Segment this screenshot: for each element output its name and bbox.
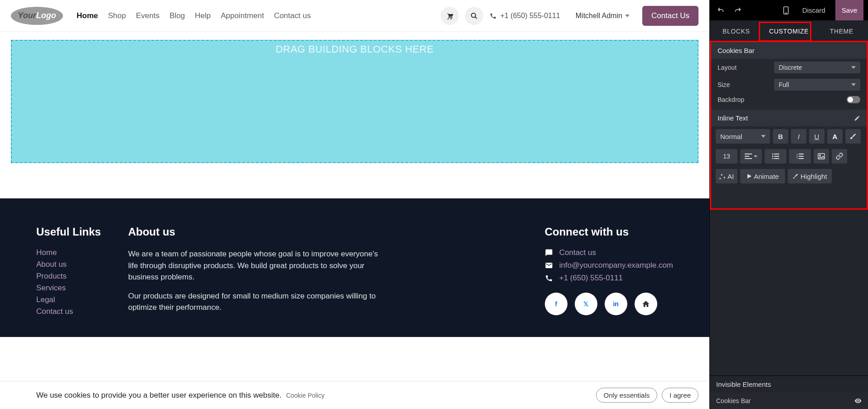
footer-link-home[interactable]: Home [36, 248, 101, 257]
chat-icon [545, 249, 553, 257]
caret-down-icon [754, 155, 757, 158]
redo-button[interactable] [732, 4, 744, 17]
image-button[interactable] [814, 149, 829, 164]
text-style-value: Normal [720, 133, 742, 140]
footer-link-products[interactable]: Products [36, 272, 101, 281]
only-essentials-button[interactable]: Only essentials [596, 388, 658, 403]
nav-help[interactable]: Help [195, 11, 211, 20]
svg-point-0 [471, 13, 475, 17]
animate-button[interactable]: Animate [740, 169, 785, 183]
editor-sidebar: Discard Save BLOCKS CUSTOMIZE THEME Cook… [709, 0, 868, 409]
footer-about: About us We are a team of passionate peo… [128, 226, 382, 319]
underline-button[interactable]: U [809, 129, 824, 144]
unordered-list-button[interactable] [765, 149, 786, 164]
brush-icon [849, 133, 857, 140]
dropzone-hint: DRAG BUILDING BLOCKS HERE [276, 43, 434, 162]
prop-layout: Layout Discrete [711, 59, 867, 76]
save-button[interactable]: Save [835, 0, 863, 20]
phone-icon [545, 274, 553, 282]
social-home[interactable] [635, 293, 657, 315]
undo-button[interactable] [714, 4, 727, 17]
tab-blocks[interactable]: BLOCKS [710, 20, 762, 42]
tab-customize[interactable]: CUSTOMIZE [762, 20, 815, 42]
highlight-icon [792, 173, 799, 179]
layout-select[interactable]: Discrete [774, 62, 860, 73]
invisible-elements-section: Invisible Elements Cookies Bar [710, 375, 868, 409]
building-blocks-dropzone[interactable]: DRAG BUILDING BLOCKS HERE [11, 40, 698, 163]
ai-button[interactable]: AI [716, 169, 737, 183]
pencil-icon[interactable] [854, 115, 860, 121]
size-select[interactable]: Full [774, 79, 860, 91]
contact-us-button[interactable]: Contact Us [642, 6, 698, 26]
user-menu[interactable]: Mitchell Admin [576, 12, 630, 20]
footer-link-contact[interactable]: Contact us [36, 307, 101, 316]
align-button[interactable] [740, 149, 762, 164]
social-facebook[interactable]: f [545, 293, 567, 315]
site-footer: Useful Links Home About us Products Serv… [0, 198, 709, 337]
svg-line-1 [475, 17, 477, 19]
align-left-icon [745, 154, 752, 159]
bold-button[interactable]: B [773, 129, 788, 144]
discard-button[interactable]: Discard [797, 0, 831, 20]
editor-tabs: BLOCKS CUSTOMIZE THEME [710, 20, 868, 42]
font-size-input[interactable]: 13 [716, 149, 737, 164]
nav-shop[interactable]: Shop [108, 11, 126, 20]
agree-button[interactable]: I agree [662, 388, 698, 403]
header-right: +1 (650) 555-0111 Mitchell Admin Contact… [441, 6, 698, 26]
social-links: f 𝕏 in [545, 293, 673, 315]
svg-rect-6 [745, 158, 752, 159]
invisible-item-cookies-bar[interactable]: Cookies Bar [710, 393, 868, 409]
nav-events[interactable]: Events [136, 11, 160, 20]
font-color-button[interactable]: A [827, 129, 843, 144]
magic-wand-icon [719, 173, 726, 179]
svg-point-9 [772, 156, 774, 157]
highlight-color-button[interactable] [845, 129, 861, 144]
layout-label: Layout [718, 64, 774, 71]
footer-phone[interactable]: +1 (650) 555-0111 [559, 274, 623, 283]
svg-rect-10 [774, 156, 779, 157]
footer-link-services[interactable]: Services [36, 284, 101, 293]
phone-icon [490, 12, 497, 19]
website-preview: YourLogo Home Shop Events Blog Help Appo… [0, 0, 709, 409]
social-x[interactable]: 𝕏 [575, 293, 597, 315]
invisible-elements-title: Invisible Elements [710, 376, 868, 393]
about-paragraph-1: We are a team of passionate people whose… [128, 248, 382, 283]
text-style-select[interactable]: Normal [716, 129, 770, 144]
undo-icon [717, 7, 724, 14]
prop-size: Size Full [711, 76, 867, 93]
section-cookies-bar: Cookies Bar [711, 42, 867, 59]
section-inline-text: Inline Text [711, 110, 867, 126]
nav-contact[interactable]: Contact us [274, 11, 310, 20]
nav-appointment[interactable]: Appointment [221, 11, 264, 20]
link-button[interactable] [832, 149, 847, 164]
nav-home[interactable]: Home [77, 11, 98, 20]
social-linkedin[interactable]: in [605, 293, 627, 315]
svg-point-7 [772, 154, 774, 155]
eye-icon[interactable] [854, 397, 862, 404]
site-logo[interactable]: YourLogo [11, 7, 63, 25]
about-title: About us [128, 226, 382, 238]
ordered-list-button[interactable]: 123 [789, 149, 811, 164]
section-title-text: Cookies Bar [718, 47, 755, 54]
footer-contact-link[interactable]: Contact us [559, 248, 596, 257]
list-ol-icon: 123 [796, 154, 804, 159]
search-button[interactable] [465, 7, 483, 25]
phone-number: +1 (650) 555-0111 [500, 12, 560, 20]
italic-button[interactable]: I [791, 129, 806, 144]
footer-email[interactable]: info@yourcompany.example.com [559, 261, 673, 270]
tab-theme[interactable]: THEME [815, 20, 868, 42]
footer-connect: Connect with us Contact us info@yourcomp… [545, 226, 673, 319]
cookie-policy-link[interactable]: Cookie Policy [286, 392, 325, 399]
caret-down-icon [851, 83, 856, 86]
backdrop-toggle[interactable] [847, 96, 860, 103]
highlight-label: Highlight [800, 173, 827, 180]
text-toolbar-row2: 13 123 [711, 146, 867, 166]
mobile-preview-button[interactable] [780, 4, 792, 17]
cart-button[interactable] [441, 7, 459, 25]
svg-text:3: 3 [796, 157, 798, 159]
caret-down-icon [851, 66, 856, 69]
nav-blog[interactable]: Blog [170, 11, 185, 20]
highlight-button[interactable]: Highlight [788, 169, 831, 183]
footer-link-legal[interactable]: Legal [36, 295, 101, 304]
footer-link-about[interactable]: About us [36, 260, 101, 269]
